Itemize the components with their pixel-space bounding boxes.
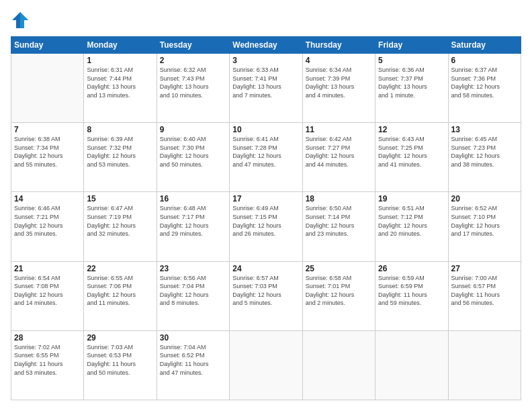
day-info: Sunrise: 6:48 AM Sunset: 7:17 PM Dayligh… (160, 204, 226, 238)
day-info: Sunrise: 6:40 AM Sunset: 7:30 PM Dayligh… (160, 135, 226, 169)
day-number: 27 (451, 264, 518, 273)
day-number: 19 (378, 194, 445, 203)
day-cell-28: 28Sunrise: 7:02 AM Sunset: 6:55 PM Dayli… (11, 330, 84, 400)
day-cell-13: 13Sunrise: 6:45 AM Sunset: 7:23 PM Dayli… (448, 123, 521, 192)
day-number: 7 (14, 125, 81, 134)
day-number: 23 (160, 264, 226, 273)
week-row-3: 14Sunrise: 6:46 AM Sunset: 7:21 PM Dayli… (11, 192, 521, 261)
day-cell-11: 11Sunrise: 6:42 AM Sunset: 7:27 PM Dayli… (302, 123, 375, 192)
day-number: 24 (232, 264, 299, 273)
day-number: 13 (451, 125, 518, 134)
day-number: 29 (87, 333, 153, 342)
day-cell-2: 2Sunrise: 6:32 AM Sunset: 7:43 PM Daylig… (157, 54, 229, 123)
day-info: Sunrise: 6:56 AM Sunset: 7:04 PM Dayligh… (160, 274, 226, 308)
weekday-header-thursday: Thursday (302, 37, 375, 54)
day-cell-7: 7Sunrise: 6:38 AM Sunset: 7:34 PM Daylig… (11, 123, 84, 192)
weekday-header-monday: Monday (84, 37, 157, 54)
day-cell-30: 30Sunrise: 7:04 AM Sunset: 6:52 PM Dayli… (157, 330, 229, 400)
day-info: Sunrise: 6:46 AM Sunset: 7:21 PM Dayligh… (14, 204, 81, 238)
day-cell-18: 18Sunrise: 6:50 AM Sunset: 7:14 PM Dayli… (302, 192, 375, 261)
day-info: Sunrise: 6:58 AM Sunset: 7:01 PM Dayligh… (306, 274, 372, 308)
day-cell-1: 1Sunrise: 6:31 AM Sunset: 7:44 PM Daylig… (84, 54, 157, 123)
day-number: 9 (160, 125, 226, 134)
day-cell-21: 21Sunrise: 6:54 AM Sunset: 7:08 PM Dayli… (11, 261, 84, 330)
empty-cell (11, 54, 84, 123)
day-cell-26: 26Sunrise: 6:59 AM Sunset: 6:59 PM Dayli… (375, 261, 448, 330)
day-cell-27: 27Sunrise: 7:00 AM Sunset: 6:57 PM Dayli… (448, 261, 521, 330)
day-cell-17: 17Sunrise: 6:49 AM Sunset: 7:15 PM Dayli… (230, 192, 302, 261)
day-number: 20 (451, 194, 518, 203)
page-header (11, 11, 521, 30)
day-number: 16 (160, 194, 226, 203)
day-info: Sunrise: 6:36 AM Sunset: 7:37 PM Dayligh… (378, 66, 445, 99)
day-cell-15: 15Sunrise: 6:47 AM Sunset: 7:19 PM Dayli… (84, 192, 157, 261)
day-info: Sunrise: 6:55 AM Sunset: 7:06 PM Dayligh… (87, 274, 153, 308)
day-number: 11 (306, 125, 372, 134)
empty-cell (302, 330, 375, 400)
day-cell-10: 10Sunrise: 6:41 AM Sunset: 7:28 PM Dayli… (230, 123, 302, 192)
day-cell-24: 24Sunrise: 6:57 AM Sunset: 7:03 PM Dayli… (230, 261, 302, 330)
day-info: Sunrise: 6:37 AM Sunset: 7:36 PM Dayligh… (451, 66, 518, 99)
day-number: 28 (14, 333, 81, 342)
day-info: Sunrise: 6:54 AM Sunset: 7:08 PM Dayligh… (14, 274, 81, 308)
day-cell-23: 23Sunrise: 6:56 AM Sunset: 7:04 PM Dayli… (157, 261, 229, 330)
weekday-header-friday: Friday (375, 37, 448, 54)
calendar-table: SundayMondayTuesdayWednesdayThursdayFrid… (11, 36, 521, 400)
day-number: 18 (306, 194, 372, 203)
week-row-4: 21Sunrise: 6:54 AM Sunset: 7:08 PM Dayli… (11, 261, 521, 330)
day-cell-12: 12Sunrise: 6:43 AM Sunset: 7:25 PM Dayli… (375, 123, 448, 192)
day-info: Sunrise: 6:45 AM Sunset: 7:23 PM Dayligh… (451, 135, 518, 169)
day-info: Sunrise: 6:42 AM Sunset: 7:27 PM Dayligh… (306, 135, 372, 169)
empty-cell (230, 330, 302, 400)
day-number: 22 (87, 264, 153, 273)
day-info: Sunrise: 6:38 AM Sunset: 7:34 PM Dayligh… (14, 135, 81, 169)
weekday-header-tuesday: Tuesday (157, 37, 229, 54)
svg-marker-1 (20, 12, 28, 28)
day-info: Sunrise: 6:33 AM Sunset: 7:41 PM Dayligh… (232, 66, 299, 99)
day-info: Sunrise: 6:49 AM Sunset: 7:15 PM Dayligh… (232, 204, 299, 238)
day-info: Sunrise: 6:51 AM Sunset: 7:12 PM Dayligh… (378, 204, 445, 238)
day-number: 12 (378, 125, 445, 134)
empty-cell (375, 330, 448, 400)
day-number: 2 (160, 56, 226, 65)
day-info: Sunrise: 6:47 AM Sunset: 7:19 PM Dayligh… (87, 204, 153, 238)
day-number: 8 (87, 125, 153, 134)
day-number: 5 (378, 56, 445, 65)
day-info: Sunrise: 6:41 AM Sunset: 7:28 PM Dayligh… (232, 135, 299, 169)
day-info: Sunrise: 6:50 AM Sunset: 7:14 PM Dayligh… (306, 204, 372, 238)
day-info: Sunrise: 7:00 AM Sunset: 6:57 PM Dayligh… (451, 274, 518, 308)
day-info: Sunrise: 6:32 AM Sunset: 7:43 PM Dayligh… (160, 66, 226, 99)
day-info: Sunrise: 6:59 AM Sunset: 6:59 PM Dayligh… (378, 274, 445, 308)
day-cell-19: 19Sunrise: 6:51 AM Sunset: 7:12 PM Dayli… (375, 192, 448, 261)
day-number: 3 (232, 56, 299, 65)
day-number: 26 (378, 264, 445, 273)
weekday-header-saturday: Saturday (448, 37, 521, 54)
day-info: Sunrise: 6:31 AM Sunset: 7:44 PM Dayligh… (87, 66, 153, 99)
logo-icon (11, 11, 30, 30)
day-number: 21 (14, 264, 81, 273)
day-cell-20: 20Sunrise: 6:52 AM Sunset: 7:10 PM Dayli… (448, 192, 521, 261)
week-row-2: 7Sunrise: 6:38 AM Sunset: 7:34 PM Daylig… (11, 123, 521, 192)
day-cell-9: 9Sunrise: 6:40 AM Sunset: 7:30 PM Daylig… (157, 123, 229, 192)
day-info: Sunrise: 6:43 AM Sunset: 7:25 PM Dayligh… (378, 135, 445, 169)
weekday-header-row: SundayMondayTuesdayWednesdayThursdayFrid… (11, 37, 521, 54)
day-info: Sunrise: 6:52 AM Sunset: 7:10 PM Dayligh… (451, 204, 518, 238)
day-info: Sunrise: 6:57 AM Sunset: 7:03 PM Dayligh… (232, 274, 299, 308)
day-info: Sunrise: 7:02 AM Sunset: 6:55 PM Dayligh… (14, 343, 81, 377)
day-info: Sunrise: 7:03 AM Sunset: 6:53 PM Dayligh… (87, 343, 153, 377)
day-cell-29: 29Sunrise: 7:03 AM Sunset: 6:53 PM Dayli… (84, 330, 157, 400)
day-number: 6 (451, 56, 518, 65)
day-cell-3: 3Sunrise: 6:33 AM Sunset: 7:41 PM Daylig… (230, 54, 302, 123)
logo (11, 11, 32, 30)
day-number: 15 (87, 194, 153, 203)
day-cell-6: 6Sunrise: 6:37 AM Sunset: 7:36 PM Daylig… (448, 54, 521, 123)
day-cell-5: 5Sunrise: 6:36 AM Sunset: 7:37 PM Daylig… (375, 54, 448, 123)
day-cell-25: 25Sunrise: 6:58 AM Sunset: 7:01 PM Dayli… (302, 261, 375, 330)
day-info: Sunrise: 7:04 AM Sunset: 6:52 PM Dayligh… (160, 343, 226, 377)
day-cell-16: 16Sunrise: 6:48 AM Sunset: 7:17 PM Dayli… (157, 192, 229, 261)
week-row-1: 1Sunrise: 6:31 AM Sunset: 7:44 PM Daylig… (11, 54, 521, 123)
day-info: Sunrise: 6:34 AM Sunset: 7:39 PM Dayligh… (306, 66, 372, 99)
day-number: 4 (306, 56, 372, 65)
day-cell-8: 8Sunrise: 6:39 AM Sunset: 7:32 PM Daylig… (84, 123, 157, 192)
day-cell-4: 4Sunrise: 6:34 AM Sunset: 7:39 PM Daylig… (302, 54, 375, 123)
